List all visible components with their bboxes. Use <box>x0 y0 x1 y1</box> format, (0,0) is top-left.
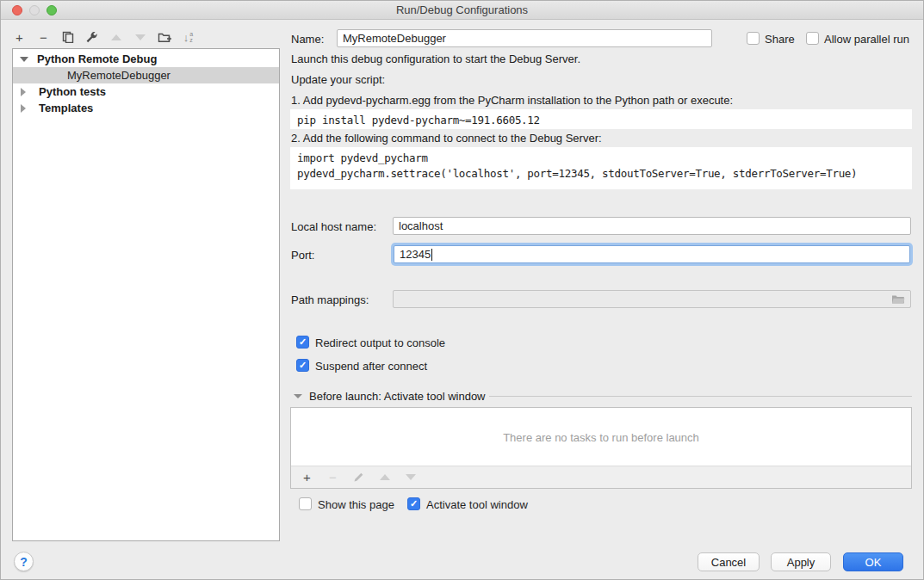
show-this-page-label: Show this page <box>318 498 394 511</box>
show-this-page-checkbox[interactable] <box>299 497 312 510</box>
activate-tool-window-label: Activate tool window <box>426 498 528 511</box>
pip-install-code-text: pip install pydevd-pycharm~=191.6605.12 <box>297 114 540 126</box>
remote-debug-icon <box>13 71 64 81</box>
tree-item-python-tests[interactable]: Python tests <box>13 83 279 100</box>
plus-icon: + <box>16 30 23 45</box>
share-checkbox-label: Share <box>765 33 795 46</box>
plus-icon: + <box>303 470 311 484</box>
port-label: Port: <box>291 249 314 262</box>
arrow-down-icon <box>135 34 146 40</box>
allow-parallel-run-checkbox[interactable] <box>806 32 819 45</box>
move-task-up-button[interactable] <box>377 470 392 484</box>
pip-install-code[interactable]: pip install pydevd-pycharm~=191.6605.12 <box>290 109 912 129</box>
remove-configuration-button[interactable]: − <box>36 30 51 45</box>
before-launch-collapse-icon[interactable] <box>294 394 302 398</box>
settrace-code-line: pydevd_pycharm.settrace('localhost', por… <box>297 167 857 180</box>
check-icon: ✓ <box>299 336 307 348</box>
cancel-button[interactable]: Cancel <box>698 552 760 571</box>
no-tasks-message: There are no tasks to run before launch <box>291 408 911 466</box>
minus-icon: − <box>40 30 47 45</box>
tree-item-python-remote-debug[interactable]: Python Remote Debug <box>13 51 279 67</box>
edit-task-button[interactable] <box>351 470 366 484</box>
minus-icon: − <box>329 470 337 484</box>
tree-item-label: Python Remote Debug <box>37 51 157 67</box>
activate-tool-window-checkbox[interactable]: ✓ <box>407 497 420 510</box>
add-configuration-button[interactable]: + <box>12 30 27 45</box>
move-up-button[interactable] <box>109 30 123 45</box>
check-icon: ✓ <box>410 498 418 509</box>
local-host-input[interactable] <box>393 217 911 235</box>
path-mappings-label: Path mappings: <box>291 293 369 306</box>
port-input-value: 12345 <box>400 248 431 261</box>
local-host-label: Local host name: <box>291 220 376 233</box>
intro-text: Launch this debug configuration to start… <box>291 52 580 65</box>
section-divider <box>489 396 912 397</box>
import-code-line: import pydevd_pycharm <box>297 151 428 164</box>
allow-parallel-run-label: Allow parallel run <box>824 33 909 46</box>
window-title: Run/Debug Configurations <box>1 3 923 16</box>
pencil-icon <box>353 472 364 483</box>
new-folder-icon <box>158 31 171 43</box>
run-debug-configurations-dialog: Run/Debug Configurations + − ↓az Python … <box>0 0 924 580</box>
tree-item-label: MyRemoteDebugger <box>67 67 171 83</box>
move-task-down-button[interactable] <box>403 470 418 484</box>
expand-collapse-icon[interactable] <box>20 57 28 62</box>
copy-configuration-button[interactable] <box>60 30 75 45</box>
remove-task-button[interactable]: − <box>326 470 340 484</box>
wrench-icon <box>85 31 98 44</box>
name-label: Name: <box>291 33 324 46</box>
edit-configuration-button[interactable] <box>84 30 99 45</box>
configurations-toolbar: + − ↓az <box>12 27 195 47</box>
configurations-tree: Python Remote Debug MyRemoteDebugger Pyt… <box>12 48 280 541</box>
arrow-up-icon <box>380 474 390 480</box>
create-folder-button[interactable] <box>157 30 171 45</box>
arrow-down-icon <box>406 474 416 480</box>
task-list-toolbar: + − <box>291 466 911 488</box>
apply-button[interactable]: Apply <box>771 552 831 571</box>
text-caret <box>431 249 432 261</box>
sort-alphabetically-icon: ↓az <box>183 31 193 44</box>
path-mappings-input[interactable] <box>393 290 911 308</box>
tree-item-myremotedebugger[interactable]: MyRemoteDebugger <box>13 67 279 83</box>
help-button[interactable]: ? <box>14 552 34 571</box>
expand-collapse-icon[interactable] <box>21 88 26 96</box>
sort-configurations-button[interactable]: ↓az <box>181 30 195 45</box>
port-input[interactable]: 12345 <box>394 245 910 263</box>
suspend-after-connect-checkbox[interactable]: ✓ <box>296 359 309 372</box>
update-script-text: Update your script: <box>291 73 385 86</box>
tree-item-templates[interactable]: Templates <box>13 100 279 116</box>
move-down-button[interactable] <box>133 30 147 45</box>
title-bar: Run/Debug Configurations <box>1 1 923 20</box>
expand-collapse-icon[interactable] <box>21 104 26 113</box>
step1-text: 1. Add pydevd-pycharm.egg from the PyCha… <box>291 94 733 107</box>
browse-folder-icon[interactable] <box>891 294 905 305</box>
tree-item-label: Python tests <box>39 83 106 100</box>
suspend-after-connect-label: Suspend after connect <box>315 360 427 373</box>
redirect-output-checkbox[interactable]: ✓ <box>296 336 309 349</box>
check-icon: ✓ <box>299 360 307 371</box>
tree-item-label: Templates <box>39 100 93 116</box>
share-checkbox[interactable] <box>747 32 760 45</box>
settrace-code[interactable]: import pydevd_pycharm pydevd_pycharm.set… <box>290 147 912 189</box>
before-launch-header: Before launch: Activate tool window <box>309 390 486 403</box>
step2-text: 2. Add the following command to connect … <box>291 132 602 145</box>
arrow-up-icon <box>111 34 121 40</box>
copy-icon <box>62 31 74 43</box>
before-launch-task-list: There are no tasks to run before launch … <box>290 407 912 489</box>
name-input[interactable] <box>337 29 712 47</box>
question-mark-icon: ? <box>20 555 28 569</box>
add-task-button[interactable]: + <box>300 470 314 484</box>
ok-button[interactable]: OK <box>843 552 903 571</box>
redirect-output-label: Redirect output to console <box>315 336 445 349</box>
